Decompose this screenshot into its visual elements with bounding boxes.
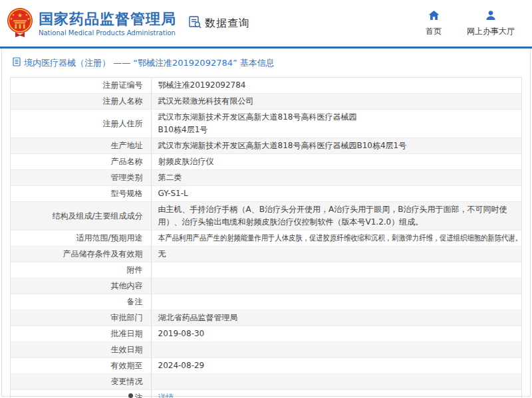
row-value — [151, 294, 521, 310]
table-row: 注 详情 — [11, 390, 521, 398]
table-row: 有效期至 2024-08-29 — [11, 358, 521, 374]
table-row: 生产地址 武汉市东湖新技术开发区高新大道818号高科医疗器械园B10栋4层1号 — [11, 138, 521, 154]
home-icon — [428, 10, 440, 23]
row-value: 武汉市东湖新技术开发区高新大道818号高科医疗器械园 B10栋4层1号 — [151, 110, 521, 138]
table-row: 审批部门 湖北省药品监督管理局 — [11, 310, 521, 326]
header: ★ ★ ★ ★ ★ 国家药品监督管理局 National Medical Pro… — [0, 0, 532, 47]
table-row: 附件 — [11, 262, 521, 278]
row-value: 第二类 — [151, 170, 521, 186]
row-value — [151, 342, 521, 358]
table-row: 变更情况 — [11, 374, 521, 390]
table-row: 备注 — [11, 294, 521, 310]
row-label: 批准日期 — [11, 326, 151, 342]
data-query-link[interactable]: 数据查询 — [188, 15, 250, 32]
brand-text: 国家药品监督管理局 National Medical Products Admi… — [39, 11, 176, 37]
detail-link[interactable]: 详情 — [158, 393, 174, 398]
row-label: 适用范围/预期用途 — [11, 231, 151, 247]
row-value: 2019-08-30 — [151, 326, 521, 342]
row-label: 结构及组成/主要组成成分 — [11, 202, 151, 231]
row-value — [151, 278, 521, 294]
row-value — [151, 374, 521, 390]
svg-text:★: ★ — [10, 17, 13, 21]
row-value: 2024-08-29 — [151, 358, 521, 374]
nav-service-hall[interactable]: 网上办事大厅 — [467, 10, 515, 37]
brand: ★ ★ ★ ★ ★ 国家药品监督管理局 National Medical Pro… — [7, 7, 176, 39]
table-row: 管理类别 第二类 — [11, 170, 521, 186]
row-label: 产品储存条件及有效期 — [11, 247, 151, 262]
document-search-icon — [188, 15, 202, 32]
row-value: 无 — [151, 247, 521, 262]
table-row: 批准日期 2019-08-30 — [11, 326, 521, 342]
national-emblem-icon: ★ ★ ★ ★ ★ — [7, 7, 33, 39]
table-row: 产品储存条件及有效期 无 — [11, 247, 521, 262]
table-row: 适用范围/预期用途 本产品利用产品产生的射频能量作用于人体皮肤，促进胶原纤维收缩… — [11, 231, 521, 247]
row-label: 注册证编号 — [11, 78, 151, 94]
nav-home[interactable]: 首页 — [426, 10, 442, 37]
breadcrumb: 境内医疗器械（注册） —— “鄂械注准20192092784” 基本信息 — [2, 57, 530, 68]
data-query-label: 数据查询 — [205, 17, 250, 31]
row-value: 湖北省药品监督管理局 — [151, 310, 521, 326]
row-label: 审批部门 — [11, 310, 151, 326]
table-row: 注册人住所 武汉市东湖新技术开发区高新大道818号高科医疗器械园 B10栋4层1… — [11, 110, 521, 138]
table-row: 注册证编号 鄂械注准20192092784 — [11, 78, 521, 94]
row-label: 注册人名称 — [11, 94, 151, 110]
breadcrumb-text: 境内医疗器械（注册） —— “鄂械注准20192092784” 基本信息 — [24, 57, 275, 69]
row-value — [151, 262, 521, 278]
row-label: 产品名称 — [11, 154, 151, 170]
info-table-body: 注册证编号 鄂械注准20192092784 注册人名称 武汉光燚激光科技有限公司… — [11, 78, 521, 398]
table-row: 型号规格 GY-S1-L — [11, 186, 521, 202]
row-value: 由主机、手持治疗手柄（A、B治疗头分开使用，A治疗头用于眼周，B治疗头用于面部，… — [151, 202, 521, 231]
row-label: 备注 — [11, 294, 151, 310]
row-label: 管理类别 — [11, 170, 151, 186]
info-table: 注册证编号 鄂械注准20192092784 注册人名称 武汉光燚激光科技有限公司… — [11, 78, 521, 398]
svg-text:★: ★ — [27, 17, 31, 21]
table-row: 结构及组成/主要组成成分 由主机、手持治疗手柄（A、B治疗头分开使用，A治疗头用… — [11, 202, 521, 231]
row-value: 本产品利用产品产生的射频能量作用于人体皮肤，促进胶原纤维收缩和沉积，刺激弹力纤维… — [151, 231, 521, 247]
org-title-cn: 国家药品监督管理局 — [39, 11, 176, 28]
top-nav: 首页 网上办事大厅 — [426, 10, 515, 37]
row-label: 变更情况 — [11, 374, 151, 390]
row-label: 其他内容 — [11, 278, 151, 294]
nav-home-label: 首页 — [426, 26, 442, 37]
row-label: 有效期至 — [11, 358, 151, 374]
document-icon — [13, 57, 21, 68]
table-row: 其他内容 — [11, 278, 521, 294]
row-label: 附件 — [11, 262, 151, 278]
table-row: 产品名称 射频皮肤治疗仪 — [11, 154, 521, 170]
row-label: 生产地址 — [11, 138, 151, 154]
table-row: 注册人名称 武汉光燚激光科技有限公司 — [11, 94, 521, 110]
svg-text:★: ★ — [17, 12, 23, 19]
row-label: 生效日期 — [11, 342, 151, 358]
content-panel: 境内医疗器械（注册） —— “鄂械注准20192092784” 基本信息 注册证… — [1, 49, 531, 397]
nav-service-hall-label: 网上办事大厅 — [467, 26, 515, 37]
person-icon — [485, 10, 496, 23]
row-value: GY-S1-L — [151, 186, 521, 202]
row-label: 注册人住所 — [11, 110, 151, 138]
row-value: 武汉市东湖新技术开发区高新大道818号高科医疗器械园B10栋4层1号 — [151, 138, 521, 154]
table-row: 生效日期 — [11, 342, 521, 358]
bulb-icon — [128, 393, 133, 398]
row-value: 鄂械注准20192092784 — [151, 78, 521, 94]
row-value: 武汉光燚激光科技有限公司 — [151, 94, 521, 110]
row-label: 注 — [11, 390, 151, 398]
row-value: 详情 — [151, 390, 521, 398]
row-label: 型号规格 — [11, 186, 151, 202]
info-table-wrap: 注册证编号 鄂械注准20192092784 注册人名称 武汉光燚激光科技有限公司… — [10, 77, 522, 398]
row-value: 射频皮肤治疗仪 — [151, 154, 521, 170]
org-title-en: National Medical Products Administration — [39, 29, 176, 37]
